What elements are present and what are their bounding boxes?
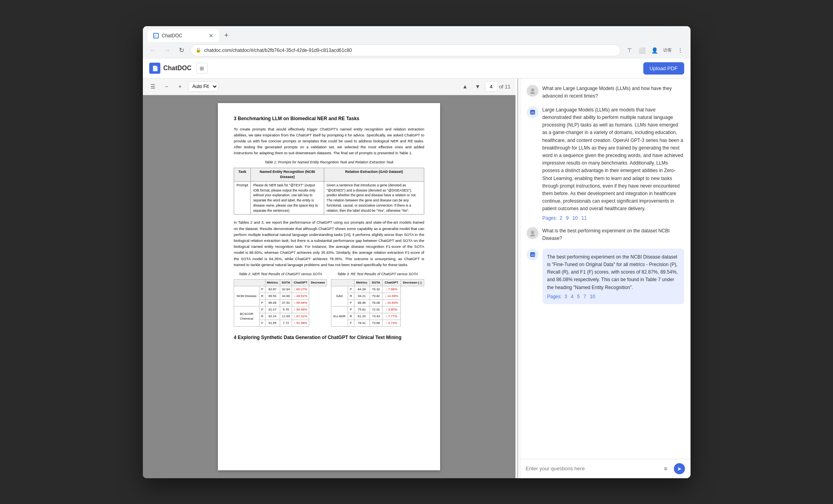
new-tab-btn[interactable]: + bbox=[221, 30, 233, 42]
chat-input-tools: ≡ ➤ bbox=[660, 463, 685, 474]
ner-chatgpt-r1: 44.86 bbox=[280, 293, 292, 300]
page-link-11[interactable]: 11 bbox=[581, 215, 587, 221]
forward-btn[interactable]: → bbox=[162, 45, 173, 56]
re-chatgpt-f1: 78.08 bbox=[369, 300, 382, 307]
ner-sota-p2: 91.07 bbox=[265, 307, 280, 313]
top-nav: 📄 ChatDOC ⊞ Upload PDF bbox=[143, 59, 691, 79]
svg-point-8 bbox=[531, 231, 534, 234]
answer-2-box: The best performing experiment on the NC… bbox=[543, 249, 684, 304]
translate-btn[interactable]: ⊤ bbox=[624, 45, 635, 56]
more-btn[interactable]: ⋮ bbox=[675, 45, 686, 56]
ner-th-dataset bbox=[234, 280, 265, 286]
ner-m-r1: R bbox=[259, 293, 265, 300]
pdf-page: 3 Benchmarking LLM on Biomedical NER and… bbox=[218, 103, 440, 470]
table1: Task Named Entity Recognition (NCBI Dise… bbox=[234, 168, 424, 215]
app-content: 📄 ChatDOC ⊞ Upload PDF ☰ − + Auto Fit bbox=[143, 59, 691, 478]
re-th-decrease: Decrease (↓) bbox=[400, 280, 424, 286]
ner-th-metrics: Metrics bbox=[265, 280, 280, 286]
chat-question-2: What is the best performing experiment o… bbox=[527, 227, 684, 242]
pdf-toolbar: ☰ − + Auto Fit ▲ ▼ of 11 bbox=[143, 79, 516, 95]
back-btn[interactable]: ← bbox=[148, 45, 159, 56]
re-th-sota: SOTA bbox=[369, 280, 382, 286]
page-number-input[interactable] bbox=[485, 81, 498, 92]
re-m-p1: P bbox=[348, 286, 354, 293]
ner-chatgpt-f2: 7.72 bbox=[280, 320, 292, 327]
re-m-f1: F bbox=[348, 300, 354, 307]
panel-toggle-btn[interactable]: ☰ bbox=[148, 81, 159, 92]
page-link-a2-10[interactable]: 10 bbox=[590, 294, 595, 299]
page-link-a2-3[interactable]: 3 bbox=[564, 294, 567, 299]
page-link-10[interactable]: 10 bbox=[572, 215, 577, 221]
chat-send-btn[interactable]: ➤ bbox=[674, 463, 685, 474]
re-sota-p2: 75.81 bbox=[354, 307, 369, 313]
page-link-a2-7[interactable]: 7 bbox=[583, 294, 586, 299]
table1-header-2: Relation Extraction (GAD Dataset) bbox=[324, 168, 424, 181]
profile-btn[interactable]: 👤 bbox=[649, 45, 660, 56]
re-dec-p1: ↓ 7.96% bbox=[382, 286, 400, 293]
tab-close-btn[interactable]: ✕ bbox=[209, 33, 214, 39]
chat-messages: What are Large Language Models (LLMs) an… bbox=[520, 79, 691, 459]
page-up-btn[interactable]: ▲ bbox=[460, 81, 471, 92]
zoom-select[interactable]: Auto Fit bbox=[188, 81, 218, 92]
zoom-out-btn[interactable]: − bbox=[161, 81, 172, 92]
page-link-a2-5[interactable]: 5 bbox=[577, 294, 580, 299]
ner-dec-f2: ↓ 91.58% bbox=[292, 320, 309, 327]
table-row: Prompt Please do NER task for "@TEXT" (o… bbox=[234, 181, 424, 215]
re-m-r2: R bbox=[348, 313, 354, 320]
tab-favicon: C bbox=[153, 33, 159, 38]
ner-chatgpt-f1: 37.92 bbox=[280, 300, 292, 307]
table-row: NCBI Disease P 82.87 32.84 ↓ 60.27% bbox=[234, 286, 327, 293]
url-bar[interactable]: 🔒 chatdoc.com/chatdoc/#/chat/b2fb76c4-35… bbox=[190, 44, 621, 56]
question-1-bubble: What are Large Language Models (LLMs) an… bbox=[543, 85, 684, 100]
ner-chatgpt-p2: 5.76 bbox=[280, 307, 292, 313]
chat-panel: What are Large Language Models (LLMs) an… bbox=[520, 79, 691, 478]
ner-dec-p2: ↓ 94.96% bbox=[292, 307, 309, 313]
sidebar-toggle-btn[interactable]: ⊞ bbox=[196, 63, 208, 74]
browser-window: C ChatDOC ✕ + ← → ↻ 🔒 chatdoc.com/chatdo… bbox=[143, 26, 691, 478]
re-chatgpt-r2: 73.43 bbox=[369, 313, 382, 320]
ner-m-r2: R bbox=[259, 313, 265, 320]
chat-answer-1: AI Large Language Models (LLMs) are mode… bbox=[527, 106, 684, 221]
re-th-dataset bbox=[331, 280, 354, 286]
user-avatar-1 bbox=[527, 85, 539, 97]
browser-chrome: C ChatDOC ✕ + ← → ↻ 🔒 chatdoc.com/chatdo… bbox=[143, 26, 691, 59]
re-dec-r1: ↓ 14.39% bbox=[382, 293, 400, 300]
table3: Metrics SOTA ChatGPT Decrease (↓) bbox=[331, 279, 424, 327]
chat-input[interactable] bbox=[526, 466, 657, 471]
ner-m-f2: F bbox=[259, 320, 265, 327]
refresh-btn[interactable]: ↻ bbox=[176, 45, 187, 56]
upload-pdf-btn[interactable]: Upload PDF bbox=[643, 62, 684, 75]
chat-question-1: What are Large Language Models (LLMs) an… bbox=[527, 85, 684, 100]
main-layout: ☰ − + Auto Fit ▲ ▼ of 11 bbox=[143, 79, 691, 478]
page-link-9[interactable]: 9 bbox=[566, 215, 569, 221]
svg-point-4 bbox=[531, 88, 534, 92]
browser-toolbar-right: ⊤ ⬜ 👤 访客 ⋮ bbox=[624, 45, 686, 56]
url-text: chatdoc.com/chatdoc/#/chat/b2fb76c4-35cf… bbox=[204, 48, 352, 53]
ner-sota-p1: 82.87 bbox=[265, 286, 280, 293]
table2-caption: Table 2: NER Test Results of ChatGPT ver… bbox=[234, 272, 327, 277]
table3-caption: Table 3: RE Test Results of ChatGPT vers… bbox=[331, 272, 424, 277]
section3-para2: In Tables 2 and 3, we report the perform… bbox=[234, 219, 424, 268]
pdf-content[interactable]: 3 Benchmarking LLM on Biomedical NER and… bbox=[143, 95, 516, 478]
ner-sota-f2: 91.65 bbox=[265, 320, 280, 327]
user-avatar-2 bbox=[527, 227, 539, 239]
page-down-btn[interactable]: ▼ bbox=[472, 81, 483, 92]
re-dec-p2: ↓ 3.80% bbox=[382, 307, 400, 313]
page-link-a2-4[interactable]: 4 bbox=[571, 294, 573, 299]
ner-sota-f1: 86.08 bbox=[265, 300, 280, 307]
re-sota-f1: 88.96 bbox=[354, 300, 369, 307]
re-chatgpt-f2: 73.68 bbox=[369, 320, 382, 327]
chat-menu-btn[interactable]: ≡ bbox=[660, 463, 671, 474]
question-2-text: What is the best performing experiment o… bbox=[543, 227, 684, 242]
zoom-in-btn[interactable]: + bbox=[175, 81, 186, 92]
answer-1-bubble: Large Language Models (LLMs) are models … bbox=[543, 106, 684, 221]
re-dataset-euadr: EU-ADR bbox=[331, 307, 348, 327]
section4-title: 4 Exploring Synthetic Data Generation of… bbox=[234, 334, 424, 341]
split-btn[interactable]: ⬜ bbox=[637, 45, 648, 56]
active-tab[interactable]: C ChatDOC ✕ bbox=[148, 29, 219, 42]
svg-text:AI: AI bbox=[531, 253, 535, 257]
ner-th-sota: SOTA bbox=[280, 280, 292, 286]
page-link-2[interactable]: 2 bbox=[560, 215, 562, 221]
panel-divider[interactable] bbox=[517, 79, 518, 478]
ner-dataset-bcscdr: BCSCDR Chemical bbox=[234, 307, 260, 327]
